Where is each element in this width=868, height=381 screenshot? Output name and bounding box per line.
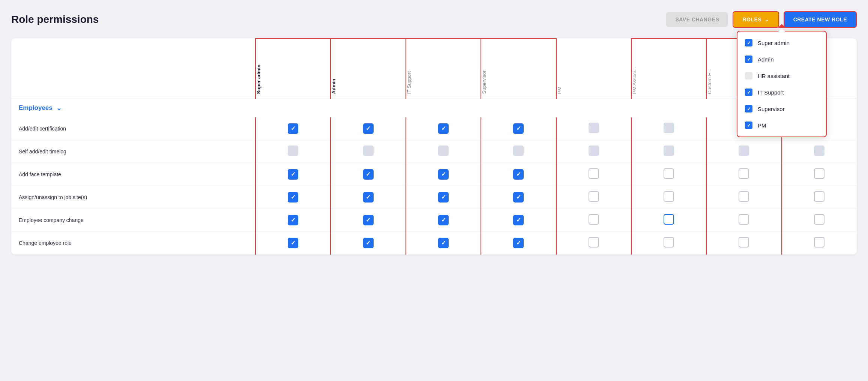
checkbox[interactable] [513,146,524,156]
checkmark-icon: ✓ [747,57,751,62]
checkbox[interactable] [814,214,824,225]
dropdown-label-hr-assistant: HR assistant [758,73,790,79]
permission-name: Add face template [19,171,61,177]
checkbox[interactable] [664,146,674,156]
checkbox[interactable] [363,146,374,156]
checkbox[interactable] [664,214,674,225]
dropdown-label-it-support: IT Support [758,89,784,96]
checkbox[interactable]: ✓ [288,169,298,180]
table-row: Self add/edit timelog [11,140,857,163]
checkbox[interactable]: ✓ [513,192,524,202]
checkbox[interactable] [589,123,599,133]
checkbox[interactable] [589,191,599,202]
checkbox[interactable] [814,146,824,156]
table-row: Add/edit certification ✓ ✓ ✓ ✓ [11,117,857,140]
col-header-it-support: IT Support [406,39,481,99]
col-header-pm: PM [556,39,631,99]
permission-name: Self add/edit timelog [19,148,66,154]
checkbox[interactable]: ✓ [438,192,449,202]
checkbox[interactable] [739,237,749,248]
checkbox[interactable] [589,146,599,156]
table-row: Employee company change ✓ ✓ ✓ ✓ [11,208,857,231]
checkbox[interactable]: ✓ [513,123,524,134]
checkbox[interactable]: ✓ [438,123,449,134]
checkmark-icon: ✓ [747,123,751,128]
checkbox[interactable]: ✓ [363,169,374,180]
table-row: Assign/unassign to job site(s) ✓ ✓ ✓ ✓ [11,186,857,208]
checkbox[interactable] [438,146,449,156]
col-header-super-admin: Super admin [255,39,330,99]
table-row: Add face template ✓ ✓ ✓ ✓ [11,163,857,186]
dropdown-item-pm[interactable]: ✓ PM [737,117,826,134]
checkbox[interactable]: ✓ [438,215,449,225]
col-header-admin: Admin [330,39,405,99]
checkbox[interactable] [739,214,749,225]
checkbox[interactable] [664,168,674,179]
permissions-table: Super admin Admin IT Support Supervisor [11,38,857,255]
checkbox[interactable]: ✓ [513,215,524,225]
checkbox[interactable]: ✓ [438,169,449,180]
checkbox[interactable] [814,191,824,202]
permission-name: Change employee role [19,240,72,246]
checkbox[interactable] [589,214,599,225]
checkbox[interactable] [739,191,749,202]
checkmark-icon: ✓ [747,106,751,112]
checkbox[interactable]: ✓ [438,238,449,248]
checkbox[interactable]: ✓ [288,215,298,225]
checkbox-super-admin[interactable]: ✓ [745,39,752,46]
permission-name: Assign/unassign to job site(s) [19,194,87,200]
permission-name: Employee company change [19,217,84,223]
create-new-role-button[interactable]: CREATE NEW ROLE [784,11,857,28]
page-title: Role permissions [11,14,99,26]
col-header-supervisor: Supervisor [481,39,556,99]
employees-section-label: Employees [19,104,53,112]
checkbox[interactable]: ✓ [513,238,524,248]
checkbox[interactable] [589,237,599,248]
checkbox[interactable] [814,237,824,248]
roles-button[interactable]: ROLES ⌄ [733,11,779,28]
dropdown-item-supervisor[interactable]: ✓ Supervisor [737,100,826,117]
checkbox[interactable] [288,146,298,156]
checkbox[interactable] [739,146,749,156]
roles-dropdown: ✓ Super admin ✓ Admin HR assistant [737,31,827,137]
header-buttons: SAVE CHANGES ROLES ⌄ CREATE NEW ROLE ✓ S… [666,11,857,28]
checkbox[interactable] [814,168,824,179]
checkbox-hr-assistant[interactable] [745,72,752,80]
checkbox[interactable]: ✓ [513,169,524,180]
table-row: Change employee role ✓ ✓ ✓ ✓ [11,231,857,254]
checkbox[interactable] [664,191,674,202]
permission-name: Add/edit certification [19,126,66,132]
chevron-down-icon[interactable]: ⌄ [56,104,62,112]
checkbox-pm[interactable]: ✓ [745,122,752,129]
checkbox[interactable]: ✓ [363,192,374,202]
section-employees: Employees ⌄ [11,99,857,117]
dropdown-label-pm: PM [758,122,766,129]
dropdown-item-admin[interactable]: ✓ Admin [737,51,826,68]
checkmark-icon: ✓ [747,40,751,46]
checkbox[interactable]: ✓ [288,238,298,248]
checkbox[interactable]: ✓ [288,192,298,202]
checkbox[interactable]: ✓ [288,123,298,134]
checkbox-admin[interactable]: ✓ [745,56,752,63]
dropdown-label-super-admin: Super admin [758,40,790,46]
save-changes-button[interactable]: SAVE CHANGES [666,12,728,27]
checkbox-it-support[interactable]: ✓ [745,88,752,96]
checkbox[interactable] [739,168,749,179]
col-header-permission [11,39,255,99]
checkbox[interactable]: ✓ [363,123,374,134]
dropdown-label-admin: Admin [758,56,774,63]
checkbox[interactable] [589,168,599,179]
checkbox[interactable] [664,237,674,248]
dropdown-label-supervisor: Supervisor [758,106,785,112]
chevron-down-icon: ⌄ [764,16,769,22]
dropdown-item-hr-assistant[interactable]: HR assistant [737,68,826,84]
checkbox-supervisor[interactable]: ✓ [745,105,752,112]
checkmark-icon: ✓ [747,90,751,95]
permissions-table-wrapper: Super admin Admin IT Support Supervisor [11,38,857,255]
checkbox[interactable]: ✓ [363,238,374,248]
checkbox[interactable] [664,123,674,133]
col-header-pm-assoc: PM Associ... [631,39,706,99]
checkbox[interactable]: ✓ [363,215,374,225]
dropdown-item-super-admin[interactable]: ✓ Super admin [737,34,826,51]
dropdown-item-it-support[interactable]: ✓ IT Support [737,84,826,100]
